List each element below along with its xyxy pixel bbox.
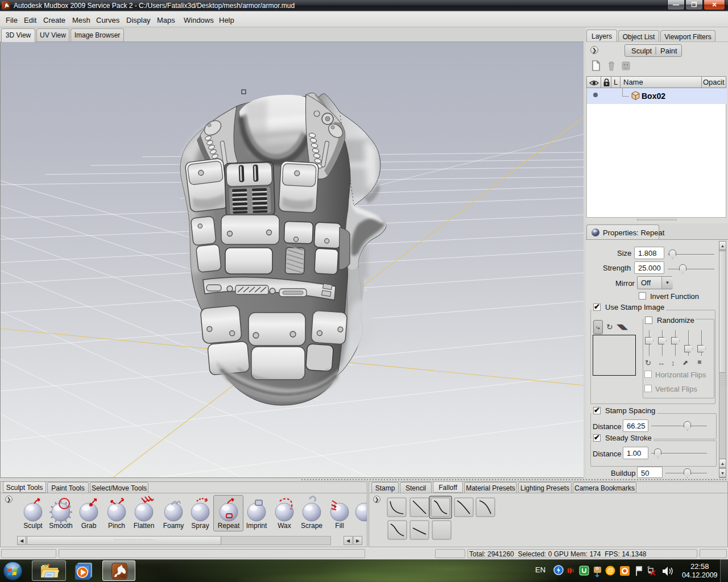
svg-text:Pinch: Pinch [108,522,125,530]
svg-text:Grab: Grab [81,522,97,530]
svg-text:Wax: Wax [278,522,291,530]
svg-text:Spray: Spray [191,522,209,530]
svg-text:Fill: Fill [335,522,344,530]
svg-text:Foamy: Foamy [163,522,184,530]
svg-text:Scrape: Scrape [301,522,322,530]
svg-text:Imprint: Imprint [246,522,267,530]
svg-text:Repeat: Repeat [218,522,240,530]
svg-text:Sculpt: Sculpt [23,522,43,530]
svg-text:@: @ [607,567,614,575]
svg-text:Flatten: Flatten [134,522,155,530]
